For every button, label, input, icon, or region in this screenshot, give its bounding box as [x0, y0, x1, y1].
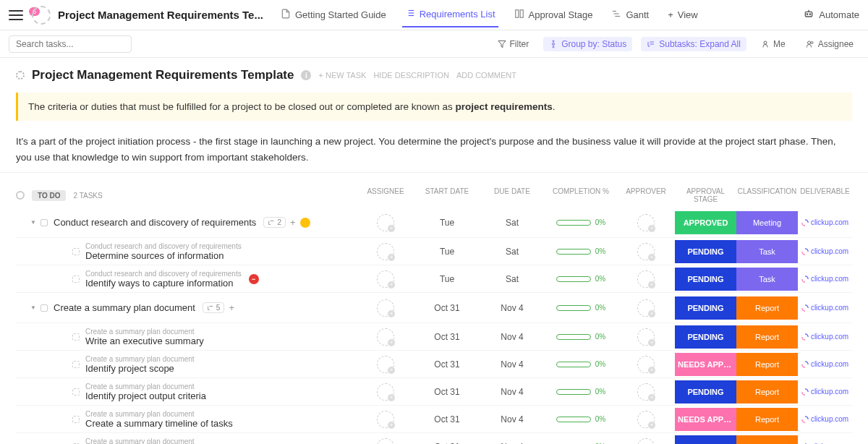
avatar-placeholder[interactable] — [377, 270, 394, 288]
avatar-placeholder[interactable] — [377, 356, 394, 373]
avatar-placeholder[interactable] — [637, 356, 655, 373]
chevron-down-icon[interactable] — [124, 40, 125, 48]
task-checkbox[interactable] — [72, 416, 80, 423]
task-checkbox[interactable] — [72, 333, 80, 341]
me-button[interactable]: Me — [755, 37, 791, 51]
task-row[interactable]: ▼Create a summary plan document5+Oct 31N… — [16, 293, 852, 323]
avatar-placeholder[interactable] — [637, 438, 655, 444]
automate-button[interactable]: Automate — [803, 8, 859, 22]
col-deliverable[interactable]: DELIVERABLE — [798, 187, 852, 203]
caret-icon[interactable]: ▼ — [30, 304, 38, 311]
groupby-button[interactable]: Group by: Status — [543, 37, 632, 51]
due-date[interactable]: Sat — [480, 218, 545, 228]
task-name[interactable]: Create a summary timeline of tasks — [85, 418, 233, 429]
approval-stage[interactable]: PENDING — [675, 380, 736, 404]
classification[interactable]: Report — [736, 435, 798, 444]
start-date[interactable]: Tue — [414, 274, 480, 284]
task-name[interactable]: Write an executive summary — [85, 336, 204, 346]
subtask-row[interactable]: Create a summary plan documentIdentify p… — [16, 378, 852, 406]
due-date[interactable]: Nov 4 — [480, 387, 545, 397]
subtask-count[interactable]: 5 — [203, 302, 225, 313]
add-subtask[interactable]: + — [229, 302, 234, 313]
start-date[interactable]: Oct 31 — [414, 387, 480, 397]
col-classification[interactable]: CLASSIFICATION — [736, 187, 798, 203]
subtasks-button[interactable]: Subtasks: Expand All — [641, 37, 746, 51]
due-date[interactable]: Nov 4 — [480, 332, 545, 342]
due-date[interactable]: Nov 4 — [480, 414, 545, 424]
due-date[interactable]: Nov 4 — [480, 303, 545, 313]
start-date[interactable]: Oct 31 — [414, 303, 480, 313]
classification[interactable]: Task — [736, 268, 798, 291]
avatar-placeholder[interactable] — [377, 214, 394, 231]
avatar-placeholder[interactable] — [637, 270, 655, 288]
task-checkbox[interactable] — [72, 361, 80, 368]
avatar-placeholder[interactable] — [637, 214, 655, 231]
avatar-placeholder[interactable] — [637, 383, 655, 401]
avatar-placeholder[interactable] — [637, 299, 655, 317]
subtask-row[interactable]: Create a summary plan documentWrite an e… — [16, 323, 852, 351]
start-date[interactable]: Oct 31 — [414, 414, 480, 424]
avatar-placeholder[interactable] — [377, 438, 394, 444]
task-checkbox[interactable] — [72, 388, 80, 396]
assignee-button[interactable]: Assignee — [800, 37, 859, 51]
approval-stage[interactable]: PENDING — [675, 325, 736, 349]
avatar-placeholder[interactable] — [377, 328, 394, 346]
new-task-button[interactable]: + NEW TASK — [318, 71, 366, 80]
deliverable-link[interactable]: clickup.com — [798, 304, 852, 312]
classification[interactable]: Report — [736, 408, 798, 431]
col-stage[interactable]: APPROVAL STAGE — [675, 187, 736, 203]
priority-flag[interactable] — [300, 218, 310, 228]
status-pill[interactable]: TO DO — [32, 190, 66, 201]
deliverable-link[interactable]: clickup.com — [798, 247, 852, 255]
hide-description-button[interactable]: HIDE DESCRIPTION — [373, 71, 449, 80]
avatar-placeholder[interactable] — [377, 383, 394, 401]
tab-approval-stage[interactable]: Approval Stage — [511, 3, 596, 27]
add-subtask[interactable]: + — [290, 217, 296, 228]
subtask-row[interactable]: Create a summary plan documentCreate a s… — [16, 406, 852, 433]
avatar-placeholder[interactable] — [637, 243, 655, 260]
avatar-placeholder[interactable] — [637, 411, 655, 428]
approval-stage[interactable]: NEEDS APPR... — [675, 353, 736, 376]
subtask-row[interactable]: Create a summary plan documentCite refer… — [16, 433, 852, 444]
tab-requirements-list[interactable]: Requirements List — [402, 2, 498, 27]
classification[interactable]: Task — [736, 240, 798, 263]
col-completion[interactable]: COMPLETION % — [545, 187, 617, 203]
deliverable-link[interactable]: clickup.com — [798, 388, 852, 396]
col-assignee[interactable]: ASSIGNEE — [357, 187, 414, 203]
task-checkbox[interactable] — [72, 276, 80, 283]
info-icon[interactable]: i — [301, 70, 311, 80]
task-name[interactable]: Create a summary plan document — [54, 302, 195, 313]
tab-getting-started[interactable]: Getting Started Guide — [278, 3, 389, 27]
avatar-placeholder[interactable] — [377, 411, 394, 428]
subtask-count[interactable]: 2 — [263, 217, 286, 228]
start-date[interactable]: Tue — [414, 218, 480, 228]
deliverable-link[interactable]: clickup.com — [798, 275, 852, 283]
start-date[interactable]: Oct 31 — [414, 359, 480, 370]
col-due[interactable]: DUE DATE — [480, 187, 545, 203]
avatar-placeholder[interactable] — [377, 299, 394, 317]
caret-icon[interactable]: ▼ — [30, 219, 38, 226]
classification[interactable]: Report — [736, 380, 798, 404]
approval-stage[interactable]: PENDING — [675, 268, 736, 291]
approval-stage[interactable]: NEEDS APPR... — [675, 408, 736, 431]
task-name[interactable]: Conduct research and discovery of requir… — [54, 217, 256, 228]
task-name[interactable]: Identify ways to capture information — [85, 278, 242, 289]
task-name[interactable]: Identify project output criteria — [85, 390, 206, 401]
classification[interactable]: Report — [736, 296, 798, 320]
subtask-row[interactable]: Conduct research and discovery of requir… — [16, 265, 852, 293]
task-checkbox[interactable] — [41, 304, 48, 312]
due-date[interactable]: Sat — [480, 274, 545, 284]
col-start[interactable]: START DATE — [414, 187, 480, 203]
tab-gantt[interactable]: Gantt — [608, 3, 652, 27]
classification[interactable]: Meeting — [736, 211, 798, 234]
blocked-icon[interactable]: − — [249, 274, 259, 284]
due-date[interactable]: Nov 4 — [480, 359, 545, 370]
deliverable-link[interactable]: clickup.com — [798, 415, 852, 423]
avatar-placeholder[interactable] — [637, 328, 655, 346]
subtask-row[interactable]: Conduct research and discovery of requir… — [16, 238, 852, 265]
approval-stage[interactable]: APPROVED — [675, 211, 736, 234]
status-dot[interactable] — [16, 71, 25, 80]
approval-stage[interactable]: PENDING — [675, 296, 736, 320]
task-checkbox[interactable] — [72, 248, 80, 255]
add-comment-button[interactable]: ADD COMMENT — [456, 71, 516, 80]
